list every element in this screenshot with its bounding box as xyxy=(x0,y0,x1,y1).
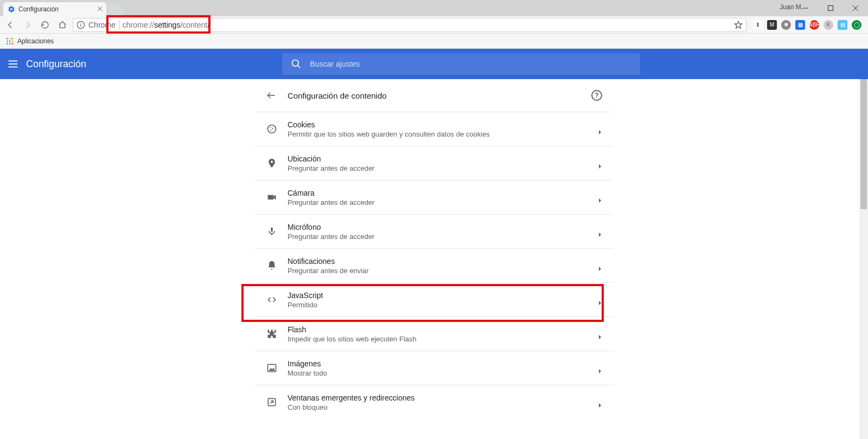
chevron-right-icon xyxy=(598,127,602,131)
site-info-icon[interactable] xyxy=(76,21,85,29)
bookmark-star-icon[interactable] xyxy=(734,21,743,29)
row-flash[interactable]: FlashImpedir que los sitios web ejecuten… xyxy=(255,317,613,351)
content-area: Configuración de contenido ? CookiesPerm… xyxy=(0,79,868,439)
row-title: Notificaciones xyxy=(288,257,598,266)
chevron-right-icon xyxy=(598,400,602,404)
maximize-button[interactable] xyxy=(818,0,843,16)
settings-appbar: Configuración Buscar ajustes xyxy=(0,49,868,79)
svg-marker-42 xyxy=(599,369,601,373)
search-icon xyxy=(291,59,302,69)
back-arrow-icon[interactable] xyxy=(266,90,277,101)
row-cookies[interactable]: CookiesPermitir que los sitios web guard… xyxy=(255,112,613,146)
row-subtitle: Impedir que los sitios web ejecuten Flas… xyxy=(288,335,598,343)
reload-button[interactable] xyxy=(38,18,52,32)
secure-label: Chrome xyxy=(88,21,116,29)
extension-icon[interactable]: ✱ xyxy=(781,20,791,30)
address-bar[interactable]: Chrome chrome://settings/content/ xyxy=(73,18,746,32)
svg-point-22 xyxy=(292,60,298,67)
svg-line-23 xyxy=(297,66,300,68)
minimize-button[interactable] xyxy=(793,0,818,16)
vertical-scrollbar[interactable] xyxy=(859,79,868,439)
bookmarks-bar: Aplicaciones xyxy=(0,34,868,49)
chevron-right-icon xyxy=(598,195,602,199)
svg-point-18 xyxy=(11,43,13,44)
extension-icon[interactable]: ▦ xyxy=(795,20,805,30)
popup-icon xyxy=(266,396,278,408)
image-icon xyxy=(266,362,278,374)
menu-button[interactable] xyxy=(0,58,26,70)
chevron-right-icon xyxy=(598,263,602,268)
home-button[interactable] xyxy=(55,18,69,32)
close-icon[interactable] xyxy=(97,5,103,12)
row-subtitle: Mostrar todo xyxy=(288,369,598,377)
extension-icon[interactable]: ◯ xyxy=(852,20,861,30)
row-title: Flash xyxy=(288,325,598,334)
row-mic[interactable]: MicrófonoPreguntar antes de acceder xyxy=(255,214,613,248)
window-controls xyxy=(793,0,868,16)
row-title: JavaScript xyxy=(288,291,598,300)
svg-point-11 xyxy=(9,38,11,40)
svg-marker-32 xyxy=(273,195,276,199)
settings-search[interactable]: Buscar ajustes xyxy=(282,53,640,75)
extension-icon[interactable]: M xyxy=(767,20,777,30)
extension-icon[interactable]: ▤ xyxy=(838,20,847,30)
window-titlebar: Configuración Juan M. xyxy=(0,0,868,16)
chevron-right-icon xyxy=(598,332,602,336)
apps-label[interactable]: Aplicaciones xyxy=(17,37,54,45)
row-camera[interactable]: CámaraPreguntar antes de acceder xyxy=(255,180,613,214)
row-location[interactable]: UbicaciónPreguntar antes de acceder xyxy=(255,146,613,180)
extension-icon[interactable]: K xyxy=(824,20,833,30)
svg-point-27 xyxy=(272,128,273,129)
extension-icons: I M ✱ ▦ ABP K ▤ ◯ xyxy=(750,20,865,30)
code-icon xyxy=(266,294,278,306)
location-icon xyxy=(266,157,278,169)
help-icon[interactable]: ? xyxy=(591,90,602,101)
puzzle-icon xyxy=(266,328,278,340)
svg-marker-9 xyxy=(735,21,742,28)
svg-marker-36 xyxy=(599,233,601,237)
scrollbar-thumb[interactable] xyxy=(860,79,867,209)
url-prefix: chrome:// xyxy=(123,21,154,29)
row-title: Imágenes xyxy=(288,359,598,368)
row-title: Ubicación xyxy=(288,154,598,163)
close-window-button[interactable] xyxy=(843,0,868,16)
row-title: Ventanas emergentes y redirecciones xyxy=(288,393,598,402)
url-host: settings xyxy=(154,21,180,29)
back-button[interactable] xyxy=(3,18,17,32)
svg-marker-39 xyxy=(599,335,601,339)
chevron-right-icon xyxy=(598,298,602,302)
chevron-right-icon xyxy=(598,366,602,370)
tab-title: Configuración xyxy=(18,5,59,13)
svg-marker-29 xyxy=(599,130,601,134)
chevron-right-icon xyxy=(598,229,602,234)
extension-icon[interactable]: ABP xyxy=(809,20,819,30)
row-subtitle: Con bloqueo xyxy=(288,403,598,411)
svg-rect-8 xyxy=(80,23,81,23)
svg-marker-30 xyxy=(599,164,601,169)
row-notifications[interactable]: NotificacionesPreguntar antes de enviar xyxy=(255,248,613,282)
row-subtitle: Permitir que los sitios web guarden y co… xyxy=(288,130,598,138)
forward-button[interactable] xyxy=(21,18,35,32)
search-placeholder: Buscar ajustes xyxy=(310,60,360,68)
apps-icon[interactable] xyxy=(5,37,14,46)
svg-rect-34 xyxy=(271,228,272,232)
settings-panel: Configuración de contenido ? CookiesPerm… xyxy=(255,79,613,439)
bell-icon xyxy=(266,260,278,272)
svg-marker-41 xyxy=(269,367,275,371)
new-tab-button[interactable] xyxy=(107,4,124,15)
row-title: Cámara xyxy=(288,189,598,197)
camera-icon xyxy=(266,191,278,203)
cookie-icon xyxy=(266,123,278,135)
browser-tab[interactable]: Configuración xyxy=(3,2,106,16)
row-images[interactable]: ImágenesMostrar todo xyxy=(255,351,613,385)
svg-point-13 xyxy=(7,40,8,42)
svg-rect-31 xyxy=(268,195,274,199)
row-subtitle: Preguntar antes de enviar xyxy=(288,267,598,275)
row-popups[interactable]: Ventanas emergentes y redireccionesCon b… xyxy=(255,385,613,419)
row-title: Micrófono xyxy=(288,223,598,231)
row-javascript[interactable]: JavaScriptPermitido xyxy=(255,282,613,317)
svg-point-14 xyxy=(9,40,11,42)
extension-icon[interactable]: I xyxy=(753,20,763,30)
svg-rect-7 xyxy=(80,24,81,27)
toolbar: Chrome chrome://settings/content/ I M ✱ … xyxy=(0,16,868,34)
